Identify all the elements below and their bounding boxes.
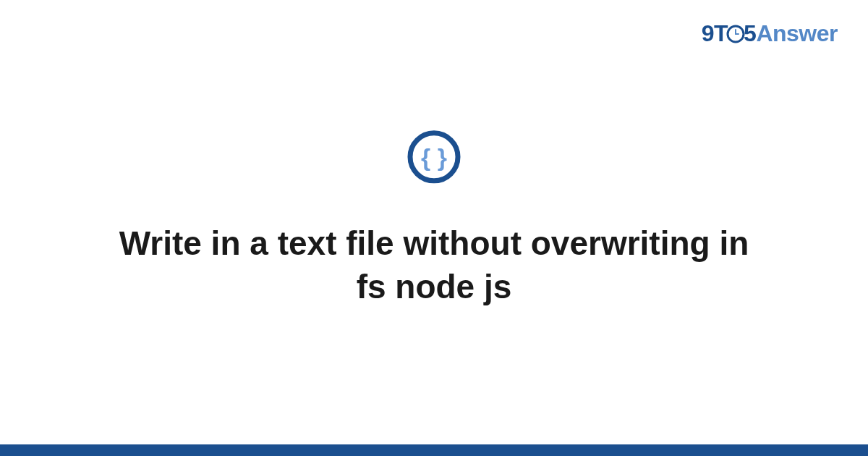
page-title: Write in a text file without overwriting…: [109, 222, 760, 309]
logo-text-9t: 9T: [702, 20, 728, 46]
code-braces-icon: { }: [407, 130, 461, 185]
svg-text:{ }: { }: [421, 143, 447, 171]
logo-text-5: 5: [744, 20, 756, 46]
site-logo: 9T 5Answer: [702, 20, 838, 47]
footer-accent-bar: [0, 444, 868, 456]
logo-clock-icon: [726, 25, 745, 43]
main-content: { } Write in a text file without overwri…: [0, 130, 868, 309]
logo-text-answer: Answer: [756, 20, 838, 46]
